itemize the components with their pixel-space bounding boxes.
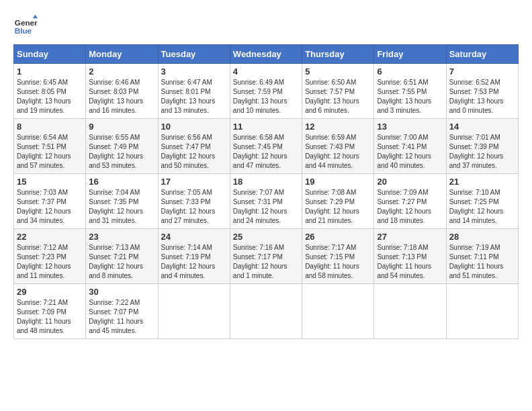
calendar-cell: 17 Sunrise: 7:05 AMSunset: 7:33 PMDaylig…	[158, 174, 230, 229]
day-info: Sunrise: 7:08 AMSunset: 7:29 PMDaylight:…	[305, 189, 359, 224]
calendar-cell: 28 Sunrise: 7:19 AMSunset: 7:11 PMDaylig…	[446, 229, 518, 284]
page-header: General Blue	[13, 13, 519, 38]
day-info: Sunrise: 7:04 AMSunset: 7:35 PMDaylight:…	[89, 189, 143, 224]
header-wednesday: Wednesday	[230, 45, 302, 64]
day-info: Sunrise: 6:56 AMSunset: 7:47 PMDaylight:…	[161, 134, 216, 169]
calendar-cell	[302, 284, 374, 339]
day-info: Sunrise: 6:50 AMSunset: 7:57 PMDaylight:…	[305, 79, 359, 114]
day-number: 13	[377, 122, 443, 132]
calendar-cell: 21 Sunrise: 7:10 AMSunset: 7:25 PMDaylig…	[446, 174, 518, 229]
calendar-cell: 11 Sunrise: 6:58 AMSunset: 7:45 PMDaylig…	[230, 119, 302, 174]
calendar-cell: 27 Sunrise: 7:18 AMSunset: 7:13 PMDaylig…	[374, 229, 446, 284]
calendar-cell: 1 Sunrise: 6:45 AMSunset: 8:05 PMDayligh…	[14, 64, 86, 119]
header-sunday: Sunday	[14, 45, 86, 64]
day-info: Sunrise: 6:45 AMSunset: 8:05 PMDaylight:…	[17, 79, 71, 114]
calendar-cell: 10 Sunrise: 6:56 AMSunset: 7:47 PMDaylig…	[158, 119, 230, 174]
calendar-cell: 2 Sunrise: 6:46 AMSunset: 8:03 PMDayligh…	[86, 64, 158, 119]
day-info: Sunrise: 6:51 AMSunset: 7:55 PMDaylight:…	[377, 79, 431, 114]
calendar-cell: 26 Sunrise: 7:17 AMSunset: 7:15 PMDaylig…	[302, 229, 374, 284]
calendar-cell: 9 Sunrise: 6:55 AMSunset: 7:49 PMDayligh…	[86, 119, 158, 174]
calendar-cell: 15 Sunrise: 7:03 AMSunset: 7:37 PMDaylig…	[14, 174, 86, 229]
day-number: 22	[17, 232, 83, 242]
calendar-cell: 4 Sunrise: 6:49 AMSunset: 7:59 PMDayligh…	[230, 64, 302, 119]
calendar-cell: 7 Sunrise: 6:52 AMSunset: 7:53 PMDayligh…	[446, 64, 518, 119]
calendar-table: Sunday Monday Tuesday Wednesday Thursday…	[13, 44, 519, 339]
calendar-cell: 23 Sunrise: 7:13 AMSunset: 7:21 PMDaylig…	[86, 229, 158, 284]
day-info: Sunrise: 7:00 AMSunset: 7:41 PMDaylight:…	[377, 134, 431, 169]
day-info: Sunrise: 7:12 AMSunset: 7:23 PMDaylight:…	[17, 244, 71, 279]
day-number: 21	[449, 177, 515, 187]
calendar-cell: 16 Sunrise: 7:04 AMSunset: 7:35 PMDaylig…	[86, 174, 158, 229]
calendar-cell: 24 Sunrise: 7:14 AMSunset: 7:19 PMDaylig…	[158, 229, 230, 284]
calendar-week-row: 1 Sunrise: 6:45 AMSunset: 8:05 PMDayligh…	[14, 64, 519, 119]
day-info: Sunrise: 7:18 AMSunset: 7:13 PMDaylight:…	[377, 244, 431, 279]
day-info: Sunrise: 6:49 AMSunset: 7:59 PMDaylight:…	[233, 79, 287, 114]
day-info: Sunrise: 7:17 AMSunset: 7:15 PMDaylight:…	[305, 244, 359, 279]
day-number: 16	[89, 177, 154, 187]
day-number: 2	[89, 66, 154, 77]
day-info: Sunrise: 6:55 AMSunset: 7:49 PMDaylight:…	[89, 134, 143, 169]
logo-icon: General Blue	[13, 13, 38, 38]
day-info: Sunrise: 6:54 AMSunset: 7:51 PMDaylight:…	[17, 134, 71, 169]
day-number: 6	[377, 66, 443, 77]
day-info: Sunrise: 7:03 AMSunset: 7:37 PMDaylight:…	[17, 189, 71, 224]
svg-marker-2	[33, 15, 38, 18]
day-info: Sunrise: 6:47 AMSunset: 8:01 PMDaylight:…	[161, 79, 216, 114]
day-info: Sunrise: 6:58 AMSunset: 7:45 PMDaylight:…	[233, 134, 287, 169]
day-info: Sunrise: 6:59 AMSunset: 7:43 PMDaylight:…	[305, 134, 359, 169]
day-number: 11	[233, 122, 299, 132]
calendar-cell: 20 Sunrise: 7:09 AMSunset: 7:27 PMDaylig…	[374, 174, 446, 229]
day-info: Sunrise: 7:22 AMSunset: 7:07 PMDaylight:…	[89, 299, 143, 334]
header-thursday: Thursday	[302, 45, 374, 64]
header-friday: Friday	[374, 45, 446, 64]
day-info: Sunrise: 7:09 AMSunset: 7:27 PMDaylight:…	[377, 189, 431, 224]
day-number: 18	[233, 177, 299, 187]
calendar-cell: 13 Sunrise: 7:00 AMSunset: 7:41 PMDaylig…	[374, 119, 446, 174]
day-info: Sunrise: 7:21 AMSunset: 7:09 PMDaylight:…	[17, 299, 71, 334]
calendar-cell: 3 Sunrise: 6:47 AMSunset: 8:01 PMDayligh…	[158, 64, 230, 119]
day-number: 10	[161, 122, 227, 132]
header-monday: Monday	[86, 45, 158, 64]
day-info: Sunrise: 6:46 AMSunset: 8:03 PMDaylight:…	[89, 79, 143, 114]
calendar-cell: 12 Sunrise: 6:59 AMSunset: 7:43 PMDaylig…	[302, 119, 374, 174]
day-number: 3	[161, 66, 227, 77]
day-info: Sunrise: 7:07 AMSunset: 7:31 PMDaylight:…	[233, 189, 287, 224]
calendar-cell: 8 Sunrise: 6:54 AMSunset: 7:51 PMDayligh…	[14, 119, 86, 174]
calendar-cell: 22 Sunrise: 7:12 AMSunset: 7:23 PMDaylig…	[14, 229, 86, 284]
day-number: 12	[305, 122, 371, 132]
day-info: Sunrise: 7:05 AMSunset: 7:33 PMDaylight:…	[161, 189, 216, 224]
header-saturday: Saturday	[446, 45, 518, 64]
day-number: 29	[17, 287, 83, 297]
day-number: 15	[17, 177, 83, 187]
logo: General Blue	[13, 13, 38, 38]
calendar-week-row: 15 Sunrise: 7:03 AMSunset: 7:37 PMDaylig…	[14, 174, 519, 229]
day-info: Sunrise: 7:01 AMSunset: 7:39 PMDaylight:…	[449, 134, 504, 169]
day-info: Sunrise: 7:14 AMSunset: 7:19 PMDaylight:…	[161, 244, 216, 279]
day-number: 25	[233, 232, 299, 242]
day-number: 9	[89, 122, 154, 132]
calendar-cell: 14 Sunrise: 7:01 AMSunset: 7:39 PMDaylig…	[446, 119, 518, 174]
day-number: 7	[449, 66, 515, 77]
day-number: 1	[17, 66, 83, 77]
svg-text:Blue: Blue	[15, 26, 32, 35]
calendar-cell: 30 Sunrise: 7:22 AMSunset: 7:07 PMDaylig…	[86, 284, 158, 339]
day-number: 19	[305, 177, 371, 187]
day-info: Sunrise: 7:13 AMSunset: 7:21 PMDaylight:…	[89, 244, 143, 279]
calendar-cell	[374, 284, 446, 339]
calendar-week-row: 8 Sunrise: 6:54 AMSunset: 7:51 PMDayligh…	[14, 119, 519, 174]
day-number: 28	[449, 232, 515, 242]
day-number: 26	[305, 232, 371, 242]
day-info: Sunrise: 7:19 AMSunset: 7:11 PMDaylight:…	[449, 244, 504, 279]
day-number: 8	[17, 122, 83, 132]
calendar-cell: 29 Sunrise: 7:21 AMSunset: 7:09 PMDaylig…	[14, 284, 86, 339]
day-info: Sunrise: 7:10 AMSunset: 7:25 PMDaylight:…	[449, 189, 504, 224]
day-info: Sunrise: 7:16 AMSunset: 7:17 PMDaylight:…	[233, 244, 287, 279]
calendar-cell: 5 Sunrise: 6:50 AMSunset: 7:57 PMDayligh…	[302, 64, 374, 119]
day-number: 5	[305, 66, 371, 77]
calendar-cell: 25 Sunrise: 7:16 AMSunset: 7:17 PMDaylig…	[230, 229, 302, 284]
calendar-cell: 6 Sunrise: 6:51 AMSunset: 7:55 PMDayligh…	[374, 64, 446, 119]
day-number: 20	[377, 177, 443, 187]
header-tuesday: Tuesday	[158, 45, 230, 64]
calendar-cell	[158, 284, 230, 339]
day-number: 14	[449, 122, 515, 132]
